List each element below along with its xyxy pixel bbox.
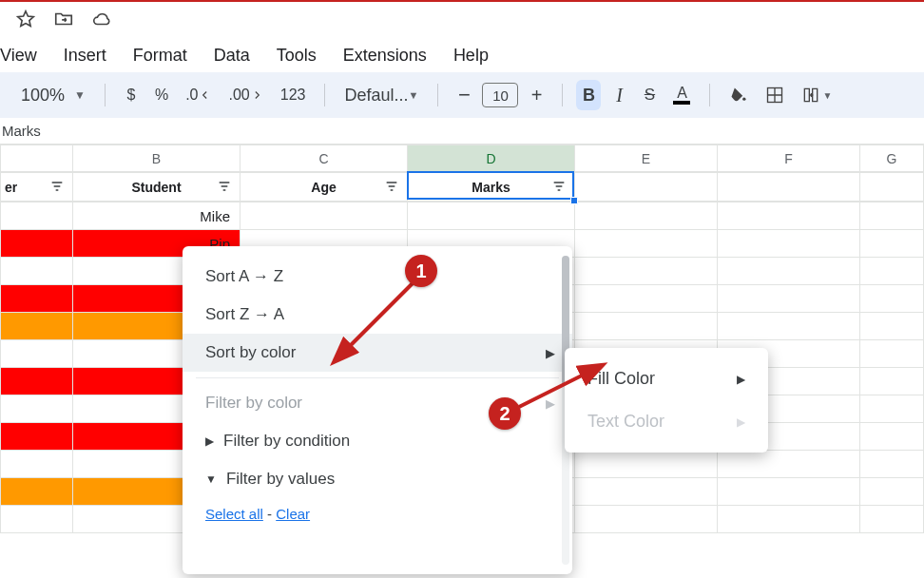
cell-empty[interactable]	[575, 313, 718, 340]
sort-by-color[interactable]: Sort by color ▶	[183, 334, 572, 372]
font-size-input[interactable]: 10	[482, 83, 518, 107]
text-color-button[interactable]: A	[667, 80, 696, 110]
merge-cells-button[interactable]: ▼	[796, 80, 837, 110]
clear-link[interactable]: Clear	[276, 506, 310, 522]
cell-empty[interactable]	[575, 506, 718, 533]
fill-color-button[interactable]	[723, 80, 754, 110]
cell-number[interactable]	[1, 340, 73, 368]
cell-age[interactable]	[241, 202, 408, 230]
menu-help[interactable]: Help	[453, 40, 489, 71]
col-letter-g[interactable]: G	[860, 145, 924, 172]
filter-icon[interactable]	[49, 179, 65, 194]
cell-number[interactable]	[1, 368, 73, 395]
header-age[interactable]: Age	[241, 173, 408, 202]
cell-empty[interactable]	[718, 478, 860, 506]
cell-empty[interactable]	[860, 478, 924, 506]
name-box-value[interactable]: Marks	[0, 123, 41, 139]
decrease-decimal-button[interactable]: .0	[180, 80, 217, 110]
menu-view[interactable]: View	[0, 40, 37, 71]
move-folder-icon[interactable]	[53, 9, 74, 32]
strikethrough-button[interactable]: S	[637, 80, 662, 110]
fill-color-option[interactable]: Fill Color ▶	[565, 357, 768, 400]
header-student[interactable]: Student	[73, 173, 241, 202]
cell-empty[interactable]	[575, 258, 718, 285]
cell-number[interactable]	[1, 202, 73, 230]
toolbar-separator	[324, 84, 325, 106]
menu-extensions[interactable]: Extensions	[343, 40, 427, 71]
menu-tools[interactable]: Tools	[277, 40, 317, 71]
col-letter-f[interactable]: F	[718, 145, 860, 172]
col-letter-d[interactable]: D	[408, 145, 575, 172]
cell-empty[interactable]	[718, 202, 860, 230]
cell-empty[interactable]	[575, 451, 718, 478]
menu-format[interactable]: Format	[133, 40, 187, 71]
header-empty-e[interactable]	[575, 173, 718, 202]
menu-insert[interactable]: Insert	[64, 40, 106, 71]
table-row[interactable]: Mike	[1, 202, 924, 230]
cell-empty[interactable]	[860, 506, 924, 533]
cell-empty[interactable]	[718, 313, 860, 340]
cell-empty[interactable]	[860, 451, 924, 478]
col-letter-c[interactable]: C	[241, 145, 408, 172]
star-icon[interactable]	[15, 9, 36, 32]
cell-empty[interactable]	[860, 258, 924, 285]
bold-button[interactable]: B	[576, 80, 601, 110]
selection-handle[interactable]	[570, 197, 578, 204]
borders-button[interactable]	[760, 80, 790, 110]
increase-decimal-button[interactable]: .00	[223, 80, 269, 110]
menu-data[interactable]: Data	[214, 40, 250, 71]
header-number[interactable]: er	[1, 173, 73, 202]
cell-empty[interactable]	[860, 313, 924, 340]
cell-empty[interactable]	[860, 368, 924, 395]
italic-button[interactable]: I	[606, 80, 631, 110]
cell-number[interactable]	[1, 258, 73, 285]
cell-number[interactable]	[1, 423, 73, 451]
filter-icon[interactable]	[551, 179, 567, 194]
cell-empty[interactable]	[575, 202, 718, 230]
font-size-increase[interactable]: +	[524, 80, 549, 110]
cell-number[interactable]	[1, 451, 73, 478]
cell-marks[interactable]	[408, 202, 575, 230]
filter-by-condition[interactable]: ▶ Filter by condition	[183, 422, 572, 460]
cell-number[interactable]	[1, 506, 73, 533]
cell-student[interactable]: Mike	[73, 202, 241, 230]
select-all-link[interactable]: Select all	[205, 506, 263, 522]
cell-empty[interactable]	[718, 230, 860, 258]
sort-z-a[interactable]: Sort Z → A	[183, 296, 572, 334]
percent-button[interactable]: %	[149, 80, 174, 110]
cell-empty[interactable]	[718, 506, 860, 533]
header-marks[interactable]: Marks	[408, 173, 575, 202]
cell-number[interactable]	[1, 285, 73, 313]
cell-empty[interactable]	[575, 230, 718, 258]
col-letter-e[interactable]: E	[575, 145, 718, 172]
cell-empty[interactable]	[575, 285, 718, 313]
cell-number[interactable]	[1, 478, 73, 506]
cell-empty[interactable]	[718, 285, 860, 313]
cell-empty[interactable]	[575, 478, 718, 506]
font-size-decrease[interactable]: −	[452, 80, 476, 110]
number-format-button[interactable]: 123	[275, 80, 312, 110]
cell-empty[interactable]	[718, 451, 860, 478]
filter-icon[interactable]	[384, 179, 399, 194]
cell-empty[interactable]	[860, 395, 924, 423]
cell-empty[interactable]	[860, 202, 924, 230]
cell-empty[interactable]	[860, 423, 924, 451]
currency-button[interactable]: $	[119, 80, 144, 110]
filter-icon[interactable]	[217, 179, 232, 194]
cell-empty[interactable]	[860, 230, 924, 258]
cell-empty[interactable]	[718, 258, 860, 285]
filter-by-values[interactable]: ▼ Filter by values	[183, 460, 572, 498]
sort-a-z[interactable]: Sort A → Z	[183, 258, 572, 296]
cloud-status-icon[interactable]	[91, 9, 112, 32]
col-letter-b[interactable]: B	[73, 145, 241, 172]
cell-number[interactable]	[1, 395, 73, 423]
font-family-dropdown[interactable]: Defaul... ▼	[338, 80, 424, 110]
header-empty-g[interactable]	[860, 173, 924, 202]
col-letter-empty[interactable]	[1, 145, 73, 172]
zoom-dropdown[interactable]: 100% ▼	[15, 80, 91, 110]
cell-empty[interactable]	[860, 340, 924, 368]
cell-empty[interactable]	[860, 285, 924, 313]
header-empty-f[interactable]	[718, 173, 860, 202]
cell-number[interactable]	[1, 230, 73, 258]
cell-number[interactable]	[1, 313, 73, 340]
